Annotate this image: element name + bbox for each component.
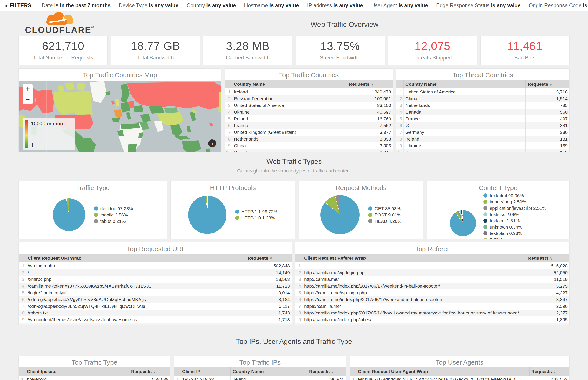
- legend-item[interactable]: text/xml 1.51%: [483, 218, 546, 224]
- filter-chip[interactable]: IP address is any value: [307, 2, 363, 8]
- table-row[interactable]: 5France497: [396, 115, 569, 122]
- table-row[interactable]: 5Poland16,760: [225, 115, 393, 122]
- legend-item[interactable]: 0.20%: [483, 236, 546, 239]
- table-row[interactable]: 6/cdn-cgi/apps/head/xVgyKhR-vV3dAUGhMqfB…: [19, 296, 292, 303]
- table-row[interactable]: 1Mozilla/5.0 (Windows NT 6.1; WOW64; rv:…: [350, 376, 569, 380]
- table-row[interactable]: 5/login/?login_only=19,014: [19, 289, 292, 296]
- table-row[interactable]: 7Germany330: [396, 129, 569, 135]
- column-header[interactable]: Requests∨: [347, 80, 393, 89]
- zoom-out-button[interactable]: −: [23, 94, 33, 104]
- table-row[interactable]: 8http://camilia.me/index.php/2017/05/14/…: [295, 309, 569, 316]
- table-row[interactable]: 3Netherlands795: [396, 102, 569, 109]
- table-row[interactable]: 10Singapore159: [396, 149, 569, 152]
- cell-requests: 795: [526, 102, 569, 109]
- legend-item[interactable]: HTTP/1.0 1.28%: [235, 215, 278, 221]
- table-row[interactable]: 6France7,562: [225, 122, 393, 129]
- table-row[interactable]: 9http://camilia.me/index.php/cities/1,89…: [295, 316, 569, 323]
- table-row[interactable]: 7United Kingdom (Great Britain)3,877: [225, 129, 393, 135]
- table-row[interactable]: 1185.234.218.33Ireland96,945: [174, 376, 346, 380]
- table-row[interactable]: 8/robots.txt1,743: [19, 309, 292, 316]
- table-row[interactable]: 1United States of America5,716: [396, 89, 569, 95]
- table-row[interactable]: 3http://camilia.me/11,519: [295, 276, 569, 283]
- table-row[interactable]: 4Ukraine40,597: [225, 109, 393, 115]
- legend-item[interactable]: desktop 97.23%: [94, 205, 133, 212]
- table-row[interactable]: 3United States of America83,100: [225, 102, 393, 109]
- legend-swatch-icon: [94, 219, 98, 223]
- legend-item[interactable]: tablet 0.21%: [94, 218, 133, 224]
- table-row[interactable]: 10/wp-content/themes/ashe/style.css?ver=…: [19, 323, 292, 325]
- table-row[interactable]: 2Russian Federation100,061: [225, 95, 393, 102]
- color-scale-bar: [25, 120, 28, 148]
- cell-requests: 40,597: [347, 109, 393, 115]
- legend-item[interactable]: application/javascript 2.51%: [483, 205, 546, 211]
- table-row[interactable]: 6∅331: [396, 122, 569, 129]
- table-row[interactable]: 6https://camilia.me/index.php/2017/06/17…: [295, 296, 569, 303]
- legend-item[interactable]: HTTP/1.1 98.72%: [235, 209, 278, 215]
- table-row[interactable]: 10http://camilia.me/index.php/about/1,47…: [295, 323, 569, 325]
- column-header[interactable]: Client Request User Agent Wrap: [356, 367, 529, 376]
- column-header[interactable]: Client Request URI Wrap: [26, 254, 245, 263]
- table-row[interactable]: 3/xmlrpc.php13,568: [19, 276, 292, 283]
- table-row[interactable]: 4Canada560: [396, 109, 569, 115]
- table-row[interactable]: 1Ireland349,478: [225, 89, 393, 95]
- legend-swatch-icon: [368, 219, 372, 223]
- legend-item[interactable]: GET 85.93%: [368, 205, 402, 212]
- filter-chip[interactable]: Device Type is any value: [119, 2, 178, 8]
- filter-chip[interactable]: Origin Response Code is any value: [529, 2, 588, 8]
- map-info-button[interactable]: i: [208, 139, 216, 147]
- table-row[interactable]: 7https://camilia.me/2,390: [295, 303, 569, 309]
- column-header[interactable]: Client Request Referer Wrap: [303, 254, 526, 263]
- filter-chip[interactable]: User Agent is any value: [371, 2, 428, 8]
- zoom-in-button[interactable]: +: [23, 84, 33, 94]
- column-header[interactable]: Requests∨: [245, 254, 292, 263]
- filter-chip[interactable]: Hostname is any value: [244, 2, 299, 8]
- filters-toggle[interactable]: ▸ FILTERS: [6, 2, 31, 8]
- column-header[interactable]: Requests∨: [526, 80, 569, 89]
- column-header[interactable]: Country Name: [230, 367, 307, 376]
- column-header[interactable]: Requests∨: [129, 367, 170, 376]
- table-row[interactable]: 2/14,149: [19, 269, 292, 276]
- table-row[interactable]: 1noRecord568,088: [19, 376, 170, 380]
- table-row[interactable]: 4http://camilia.me/index.php/2017/06/17/…: [295, 283, 569, 289]
- legend-item[interactable]: image/jpeg 2.59%: [483, 199, 546, 205]
- table-row[interactable]: 9Ukraine169: [396, 142, 569, 149]
- cell-requests: 1,673: [245, 323, 292, 325]
- traffic-type-pie[interactable]: [53, 198, 85, 231]
- column-header[interactable]: Requests∨: [529, 367, 569, 376]
- column-header[interactable]: Client Ipclass: [25, 367, 129, 376]
- legend-item[interactable]: unknown 0.34%: [483, 224, 546, 230]
- legend-item[interactable]: text/css 2.06%: [483, 211, 546, 218]
- column-header[interactable]: Country Name: [404, 80, 526, 89]
- legend-item[interactable]: POST 9.81%: [368, 212, 402, 218]
- legend-item[interactable]: mobile 2.56%: [94, 212, 133, 218]
- table-row[interactable]: 5https://camilia.me/wp-login.php4,227: [295, 289, 569, 296]
- legend-item[interactable]: text/html 90.06%: [483, 192, 546, 199]
- world-map[interactable]: + − 10000 or more 1 i: [19, 81, 221, 152]
- table-row[interactable]: 2http://camilia.me/wp-login.php52,050: [295, 269, 569, 276]
- legend-item[interactable]: text/plain 0.33%: [483, 230, 546, 236]
- legend-label: tablet 0.21%: [100, 218, 126, 224]
- table-row[interactable]: 7/cdn-cgi/apps/body/3Lh52SjWTQ4HRlErJykH…: [19, 303, 292, 309]
- column-header[interactable]: Requests∨: [526, 254, 569, 263]
- table-row[interactable]: 1/wp-login.php502,848: [19, 263, 292, 269]
- cell-requests: 331: [526, 122, 569, 129]
- http-protocols-pie[interactable]: [188, 196, 226, 234]
- table-row[interactable]: 9/wp-content/themes/ashe/assets/css/font…: [19, 316, 292, 323]
- table-row[interactable]: 8Ireland181: [396, 135, 569, 142]
- request-methods-pie[interactable]: [321, 195, 360, 234]
- content-type-pie[interactable]: [450, 210, 476, 236]
- column-header[interactable]: Country Name: [232, 80, 347, 89]
- filter-chip[interactable]: Edge Response Status is any value: [436, 2, 521, 8]
- table-row[interactable]: 2China1,514: [396, 95, 569, 102]
- table-row[interactable]: 10Canada2,245: [225, 149, 393, 152]
- filter-chip[interactable]: Country is any value: [187, 2, 236, 8]
- filter-chip[interactable]: Date is in the past 7 months: [42, 2, 111, 8]
- cell-value: 185.234.218.33: [181, 376, 230, 380]
- legend-item[interactable]: HEAD 4.26%: [368, 218, 402, 224]
- table-row[interactable]: 4/camilia.me?token=s3+7k6XQvKwzp5/4XSs4r…: [19, 283, 292, 289]
- table-row[interactable]: 8Netherlands3,398: [225, 135, 393, 142]
- column-header[interactable]: Requests∨: [307, 367, 346, 376]
- table-row[interactable]: 9China3,306: [225, 142, 393, 149]
- column-header[interactable]: Client IP: [181, 367, 230, 376]
- table-row[interactable]: 1516,028: [295, 263, 569, 269]
